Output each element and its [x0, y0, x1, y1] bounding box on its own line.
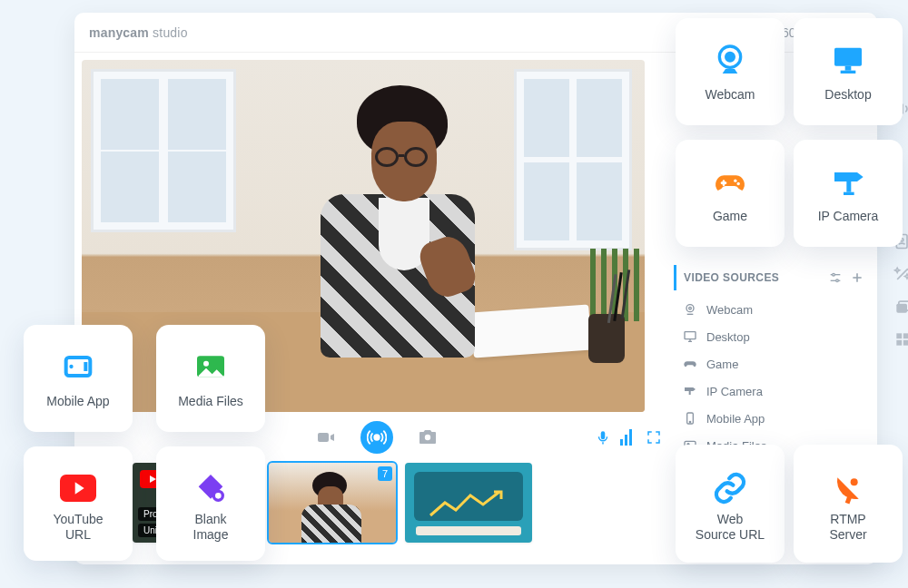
- source-item-ipcamera[interactable]: IP Camera: [679, 377, 870, 405]
- tile-label: Webcam: [706, 87, 755, 102]
- blank-image-icon: [192, 470, 229, 506]
- source-item-mobile[interactable]: Mobile App: [679, 405, 870, 432]
- tile-label: WebSource URL: [696, 512, 765, 543]
- tile-web-source-url[interactable]: WebSource URL: [676, 445, 785, 563]
- svg-rect-52: [845, 495, 853, 505]
- controls-right: [595, 425, 666, 450]
- video-sources-header: VIDEO SOURCES: [674, 265, 870, 290]
- svg-point-11: [833, 273, 835, 276]
- source-item-webcam[interactable]: Webcam: [679, 296, 870, 323]
- preset-thumb[interactable]: 7: [269, 463, 396, 543]
- broadcast-button[interactable]: [360, 421, 393, 454]
- svg-point-40: [734, 180, 736, 182]
- svg-point-12: [836, 279, 839, 282]
- mic-icon[interactable]: [595, 429, 611, 446]
- svg-rect-32: [903, 340, 908, 346]
- add-source-icon[interactable]: [850, 270, 864, 285]
- tile-game[interactable]: Game: [676, 140, 785, 247]
- tile-label: Game: [713, 209, 747, 223]
- tile-label: YouTubeURL: [53, 512, 103, 543]
- bg-person: [295, 93, 495, 365]
- brand-logo: manycam studio: [89, 25, 188, 40]
- svg-rect-5: [318, 433, 329, 442]
- game-icon: [712, 163, 748, 200]
- svg-point-34: [726, 53, 735, 61]
- svg-point-16: [689, 307, 692, 309]
- tile-youtube-url[interactable]: YouTubeURL: [24, 446, 133, 561]
- svg-rect-18: [689, 391, 691, 395]
- svg-point-50: [213, 492, 222, 501]
- svg-point-51: [851, 479, 858, 486]
- tile-label: BlankImage: [193, 512, 229, 543]
- svg-point-41: [737, 182, 740, 185]
- tile-ipcamera[interactable]: IP Camera: [794, 140, 903, 247]
- tile-webcam[interactable]: Webcam: [676, 18, 785, 125]
- bg-window-right: [514, 69, 632, 250]
- tile-desktop[interactable]: Desktop: [794, 18, 903, 125]
- video-toggle-icon[interactable]: [313, 425, 339, 450]
- svg-point-45: [69, 365, 73, 368]
- svg-rect-8: [601, 431, 606, 439]
- svg-point-7: [425, 435, 430, 440]
- media-icon: [192, 348, 229, 385]
- svg-rect-30: [903, 333, 908, 338]
- svg-rect-42: [846, 181, 851, 192]
- svg-rect-36: [845, 66, 852, 71]
- tile-mobile-app[interactable]: Mobile App: [24, 325, 133, 432]
- source-item-game[interactable]: Game: [679, 350, 870, 377]
- svg-point-6: [374, 435, 380, 440]
- audio-level-icon: [620, 429, 632, 446]
- link-icon: [712, 470, 748, 506]
- tile-label: Mobile App: [46, 394, 109, 408]
- satellite-icon: [830, 470, 866, 506]
- tile-rtmp-server[interactable]: RTMPServer: [794, 445, 903, 563]
- svg-rect-31: [896, 340, 902, 346]
- video-sources-title: VIDEO SOURCES: [684, 271, 779, 284]
- preset-badge: 7: [378, 466, 392, 481]
- fullscreen-icon[interactable]: [641, 425, 666, 450]
- wand-icon[interactable]: [893, 265, 908, 283]
- mobile-icon: [60, 348, 96, 385]
- tile-label: Desktop: [824, 87, 871, 102]
- svg-rect-39: [721, 181, 727, 184]
- tile-label: IP Camera: [818, 209, 879, 223]
- sources-settings-icon[interactable]: [828, 270, 843, 285]
- ipcamera-icon: [830, 163, 866, 200]
- webcam-icon: [712, 42, 748, 78]
- youtube-icon: [60, 470, 96, 506]
- tile-media-files[interactable]: Media Files: [156, 325, 265, 432]
- snapshot-icon[interactable]: [415, 425, 440, 450]
- preset-thumb[interactable]: [405, 463, 532, 543]
- desktop-icon: [830, 42, 866, 78]
- tile-blank-image[interactable]: BlankImage: [156, 446, 265, 561]
- svg-rect-37: [841, 71, 856, 74]
- svg-rect-17: [685, 332, 696, 339]
- svg-point-20: [689, 421, 690, 422]
- bg-window-left: [91, 69, 236, 232]
- source-item-desktop[interactable]: Desktop: [679, 323, 870, 350]
- tile-label: RTMPServer: [829, 512, 866, 543]
- grid-icon[interactable]: [893, 330, 908, 348]
- svg-rect-35: [834, 48, 862, 66]
- tile-label: Media Files: [178, 394, 243, 408]
- svg-point-48: [203, 361, 209, 367]
- svg-point-15: [686, 305, 694, 312]
- layers-icon[interactable]: [893, 298, 908, 316]
- svg-rect-43: [844, 192, 854, 195]
- bg-cup: [588, 314, 625, 363]
- svg-rect-29: [896, 333, 902, 338]
